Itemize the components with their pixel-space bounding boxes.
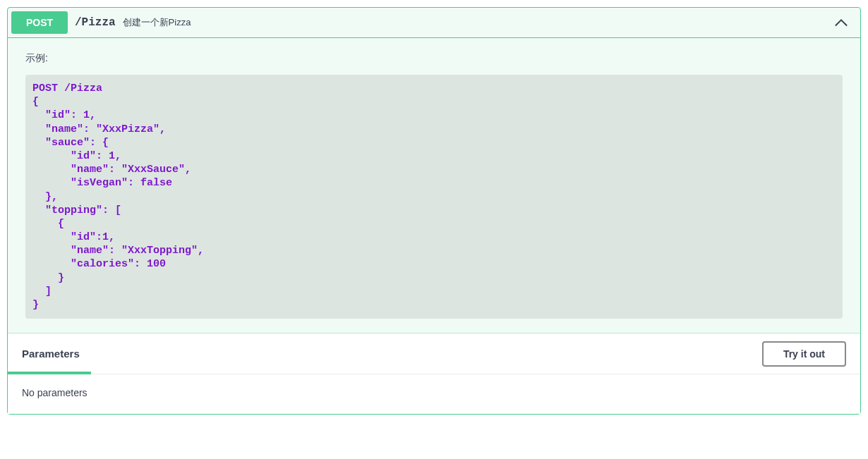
tab-underline — [8, 372, 91, 374]
api-operation-block: POST /Pizza 创建一个新Pizza 示例: POST /Pizza {… — [7, 7, 861, 415]
example-code-block: POST /Pizza { "id": 1, "name": "XxxPizza… — [25, 75, 843, 319]
http-method-badge: POST — [11, 11, 68, 34]
description-wrapper: 示例: POST /Pizza { "id": 1, "name": "XxxP… — [8, 38, 860, 333]
tab-parameters[interactable]: Parameters — [22, 341, 80, 367]
operation-summary-row[interactable]: POST /Pizza 创建一个新Pizza — [8, 8, 860, 38]
parameters-section: Parameters Try it out No parameters — [8, 333, 860, 414]
tab-header: Parameters — [22, 341, 80, 367]
collapse-chevron-icon[interactable] — [834, 16, 848, 30]
endpoint-path: /Pizza — [75, 16, 116, 29]
endpoint-summary: 创建一个新Pizza — [123, 16, 191, 29]
parameters-header: Parameters Try it out — [8, 333, 860, 374]
no-parameters-message: No parameters — [8, 374, 860, 414]
operation-body: 示例: POST /Pizza { "id": 1, "name": "XxxP… — [8, 38, 860, 414]
example-label: 示例: — [25, 52, 843, 65]
try-it-out-button[interactable]: Try it out — [762, 341, 846, 367]
